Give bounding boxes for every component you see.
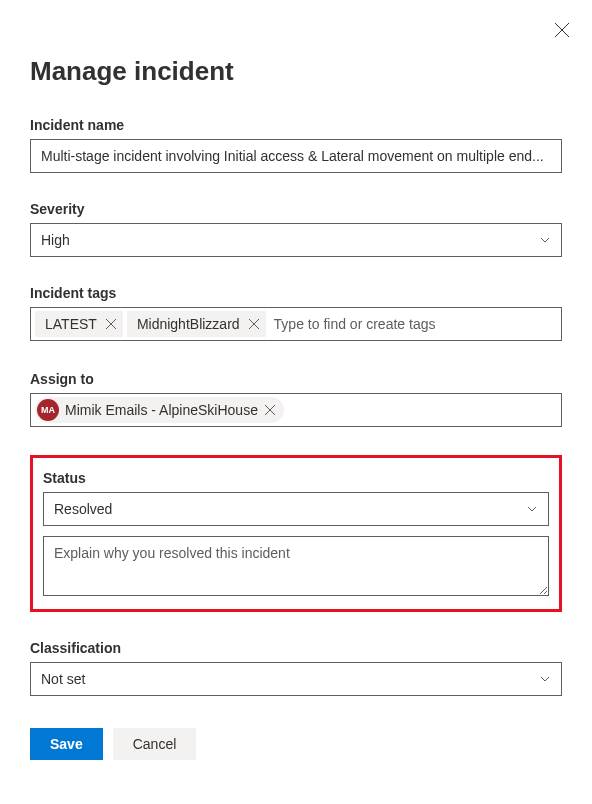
status-value: Resolved [54,501,112,517]
severity-field: Severity High [30,201,562,257]
assign-to-label: Assign to [30,371,562,387]
status-label: Status [43,470,549,486]
assign-to-field: Assign to MA Mimik Emails - AlpineSkiHou… [30,371,562,427]
incident-tags-field: Incident tags LATEST MidnightBlizzard [30,285,562,341]
assignee-name: Mimik Emails - AlpineSkiHouse [65,402,258,418]
status-select[interactable]: Resolved [43,492,549,526]
manage-incident-panel: Manage incident Incident name Severity H… [0,0,592,778]
incident-tags-box[interactable]: LATEST MidnightBlizzard [30,307,562,341]
classification-field: Classification Not set [30,640,562,696]
incident-name-field: Incident name [30,117,562,173]
close-icon [105,318,117,330]
save-button[interactable]: Save [30,728,103,760]
status-highlight-box: Status Resolved [30,455,562,612]
cancel-button[interactable]: Cancel [113,728,197,760]
assign-to-box[interactable]: MA Mimik Emails - AlpineSkiHouse [30,393,562,427]
tag-midnightblizzard: MidnightBlizzard [127,311,266,337]
tag-latest: LATEST [35,311,123,337]
tag-remove-button[interactable] [105,318,117,330]
severity-label: Severity [30,201,562,217]
incident-name-input[interactable] [30,139,562,173]
avatar: MA [37,399,59,421]
tag-remove-button[interactable] [248,318,260,330]
incident-name-label: Incident name [30,117,562,133]
dialog-title: Manage incident [30,56,562,87]
tag-label: LATEST [45,316,97,332]
assignee-chip: MA Mimik Emails - AlpineSkiHouse [35,397,284,423]
assignee-remove-button[interactable] [264,404,276,416]
classification-value: Not set [41,671,85,687]
chevron-down-icon [526,503,538,515]
chevron-down-icon [539,673,551,685]
severity-select[interactable]: High [30,223,562,257]
incident-tags-label: Incident tags [30,285,562,301]
status-explain-textarea[interactable] [43,536,549,596]
classification-select[interactable]: Not set [30,662,562,696]
close-icon [264,404,276,416]
classification-label: Classification [30,640,562,656]
dialog-footer: Save Cancel [30,728,562,760]
incident-tags-input[interactable] [270,311,557,337]
tag-label: MidnightBlizzard [137,316,240,332]
close-icon [248,318,260,330]
severity-value: High [41,232,70,248]
close-button[interactable] [554,22,570,38]
chevron-down-icon [539,234,551,246]
close-icon [554,22,570,38]
